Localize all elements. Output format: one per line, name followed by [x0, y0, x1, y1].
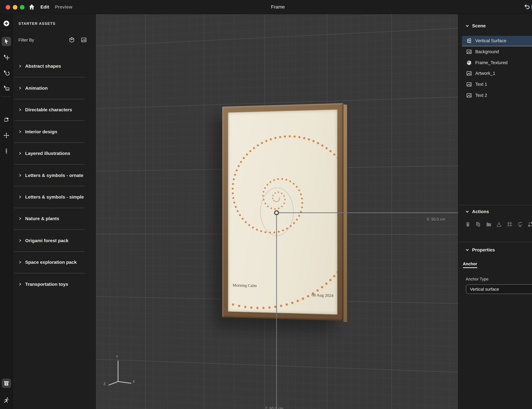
anchor-type-value: Vertical surface — [470, 287, 532, 292]
undo-icon[interactable] — [523, 3, 530, 10]
image-icon — [466, 93, 472, 98]
scene-layer-row[interactable]: Frame_Textured — [462, 57, 532, 68]
asset-category[interactable]: Abstract shapes — [14, 55, 85, 77]
asset-category[interactable]: Letters & symbols - simple — [14, 186, 85, 208]
image-icon — [466, 49, 472, 55]
pan-camera-tool-icon[interactable] — [2, 131, 11, 140]
tool-strip — [0, 14, 13, 409]
axis-z-label: Z — [103, 382, 106, 386]
asset-category-label: Letters & symbols - simple — [25, 194, 84, 200]
asset-category-label: Directable characters — [25, 107, 72, 112]
chevron-down-icon — [465, 210, 469, 213]
actions-section-header[interactable]: Actions — [465, 209, 489, 214]
layer-name: Text 1 — [475, 82, 532, 87]
inspector-panel: Scene Vertical SurfaceBackgroundFrame_Te… — [458, 14, 532, 409]
action-replace-icon[interactable] — [527, 221, 532, 227]
filter-3d-objects-icon[interactable] — [69, 37, 75, 43]
asset-category-list: Abstract shapesAnimationDirectable chara… — [14, 55, 85, 295]
asset-category-label: Space exploration pack — [25, 260, 77, 265]
asset-category-label: Layered illustrations — [25, 151, 70, 156]
layer-name: Text 2 — [475, 93, 532, 98]
action-reset-icon[interactable] — [517, 221, 523, 227]
axis-y-label: Y — [116, 354, 118, 358]
scene-section-header[interactable]: Scene — [465, 23, 486, 28]
asset-category-label: Nature & plants — [25, 216, 59, 221]
asset-category[interactable]: Directable characters — [14, 99, 85, 121]
frame-depth-edge — [344, 104, 347, 322]
artwork-title: Morning Calm — [233, 283, 257, 288]
share-button[interactable]: Share — [531, 3, 532, 11]
asset-category-label: Letters & symbols - ornate — [25, 173, 83, 178]
asset-category[interactable]: Nature & plants — [14, 208, 85, 230]
mesh-icon — [466, 60, 472, 65]
scene-layer-row[interactable]: Vertical Surface — [462, 36, 532, 46]
dolly-camera-tool-icon[interactable] — [2, 146, 11, 156]
anchor-point[interactable] — [274, 210, 279, 215]
asset-category-label: Origami forest pack — [25, 238, 68, 243]
asset-category-label: Interior design — [25, 129, 57, 134]
action-import-icon[interactable] — [496, 221, 502, 227]
asset-category[interactable]: Origami forest pack — [14, 229, 85, 251]
asset-category[interactable]: Letters & symbols - ornate — [14, 164, 85, 186]
viewport-canvas[interactable]: Morning Calm 08 Aug 2024 X: 50.0 cm Z: 5… — [96, 14, 458, 409]
titlebar: Edit Preview Frame Share — [0, 0, 532, 14]
add-icon[interactable] — [2, 19, 11, 28]
select-surface-tool-icon[interactable] — [2, 83, 11, 93]
tab-anchor[interactable]: Anchor — [463, 262, 477, 268]
asset-category[interactable]: Animation — [14, 77, 85, 99]
asset-category-label: Transportation toys — [25, 281, 68, 287]
action-duplicate-icon[interactable] — [475, 221, 481, 227]
filter-2d-images-icon[interactable] — [81, 37, 87, 43]
asset-category[interactable]: Space exploration pack — [14, 251, 85, 273]
measure-line-x — [277, 212, 458, 213]
rotate-object-tool-icon[interactable] — [2, 68, 11, 77]
actions-toolbar — [465, 221, 532, 227]
asset-category-label: Abstract shapes — [25, 64, 61, 69]
image-icon — [466, 71, 472, 76]
document-title: Frame — [0, 4, 532, 9]
chevron-down-icon — [465, 248, 469, 251]
select-tool-icon[interactable] — [2, 37, 11, 46]
scene-layer-list: Vertical SurfaceBackgroundFrame_Textured… — [462, 36, 532, 101]
axis-x-label: X — [133, 380, 135, 383]
action-group-icon[interactable] — [485, 221, 492, 227]
anchor-type-select[interactable]: Vertical surface — [466, 284, 532, 294]
layer-name: Vertical Surface — [475, 38, 532, 43]
app-window: Edit Preview Frame Share — [0, 0, 532, 409]
layer-name: Artwork_1 — [475, 71, 532, 76]
action-delete-icon[interactable] — [465, 221, 471, 227]
layer-name: Frame_Textured — [475, 60, 532, 65]
measure-label-z: Z: 50.0 cm — [265, 406, 283, 409]
surface-icon — [466, 38, 472, 44]
image-icon — [466, 82, 472, 87]
orbit-camera-tool-icon[interactable] — [2, 115, 11, 124]
anchor-type-label: Anchor Type — [466, 277, 488, 281]
filter-by-label: Filter By — [19, 37, 34, 43]
move-object-tool-icon[interactable] — [2, 52, 11, 62]
starter-assets-panel-icon[interactable] — [2, 379, 11, 388]
layer-name: Background — [475, 49, 532, 54]
asset-category[interactable]: Transportation toys — [14, 273, 85, 295]
chevron-down-icon — [465, 24, 469, 28]
asset-category[interactable]: Interior design — [14, 121, 85, 142]
starter-assets-panel: STARTER ASSETS Filter By Abstract shapes… — [13, 14, 96, 409]
axis-gizmo: Y X Z — [98, 354, 144, 400]
scene-layer-row[interactable]: Text 2 — [462, 90, 532, 101]
asset-category-label: Animation — [25, 85, 48, 91]
artwork-date: 08 Aug 2024 — [312, 292, 334, 298]
properties-section-header[interactable]: Properties — [465, 247, 495, 252]
action-frame-icon[interactable] — [506, 221, 513, 227]
scene-layer-row[interactable]: Text 1 — [462, 79, 532, 90]
quick-actions-icon[interactable] — [2, 396, 11, 405]
measure-line-z — [276, 213, 277, 409]
measure-label-x: X: 50.0 cm — [427, 217, 445, 221]
scene-layer-row[interactable]: Background — [462, 46, 532, 57]
scene-layer-row[interactable]: Artwork_1 — [462, 68, 532, 79]
assets-panel-header: STARTER ASSETS — [19, 21, 56, 26]
asset-category[interactable]: Layered illustrations — [14, 142, 85, 164]
